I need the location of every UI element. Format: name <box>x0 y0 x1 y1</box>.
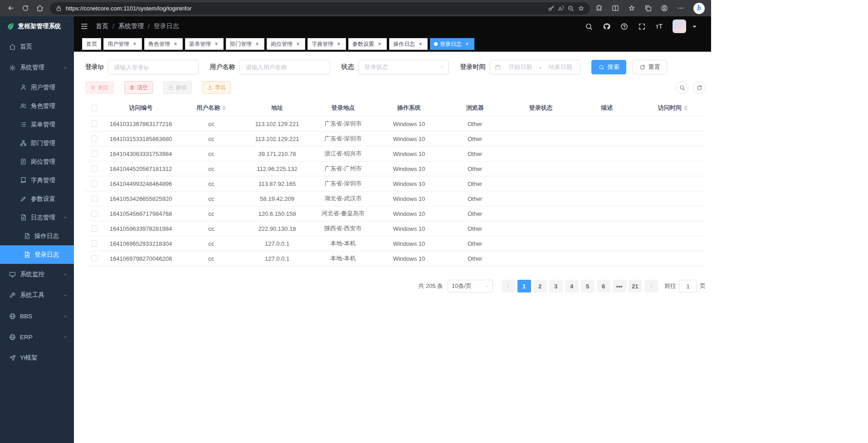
page-1-button[interactable]: 1 <box>517 280 531 292</box>
row-checkbox[interactable] <box>91 210 98 217</box>
sidebar-item-dict-management[interactable]: 字典管理 <box>0 171 74 190</box>
close-icon[interactable]: × <box>336 41 342 47</box>
browser-back-button[interactable] <box>5 2 17 15</box>
select-all-checkbox[interactable] <box>91 105 98 111</box>
sidebar-item-menu-management[interactable]: 菜单管理 <box>0 115 74 134</box>
sidebar-item-yi-framework[interactable]: Yi框架 <box>0 347 74 368</box>
unlock-button[interactable]: 解锁 <box>163 81 192 94</box>
close-icon[interactable]: × <box>417 41 424 47</box>
status-select[interactable]: 登录状态 <box>358 60 449 74</box>
close-icon[interactable]: × <box>213 41 219 47</box>
url-text[interactable]: https://ccnetcore.com:1101/system/log/lo… <box>66 5 544 12</box>
tab-param-settings[interactable]: 参数设置× <box>348 38 387 50</box>
start-date-placeholder[interactable]: 开始日期 <box>505 63 536 71</box>
table-row[interactable]: 1641044993248464896cc113.87.92.165广东省-深圳… <box>85 176 706 191</box>
row-checkbox[interactable] <box>91 195 98 202</box>
close-icon[interactable]: × <box>295 41 301 47</box>
tab-user-management[interactable]: 用户管理× <box>103 38 142 50</box>
tab-dept-management[interactable]: 部门管理× <box>226 38 264 50</box>
row-checkbox[interactable] <box>91 136 98 142</box>
next-page-button[interactable] <box>644 280 658 292</box>
page-6-button[interactable]: 6 <box>597 280 610 292</box>
clear-button[interactable]: 清空 <box>124 81 153 94</box>
table-row[interactable]: 1641031533185863680cc113.102.129.221广东省-… <box>85 131 706 146</box>
row-checkbox[interactable] <box>91 180 98 187</box>
sidebar-item-system-monitor[interactable]: 系统监控 <box>0 264 74 285</box>
close-icon[interactable]: × <box>172 41 179 47</box>
browser-menu-icon[interactable] <box>677 5 684 12</box>
sort-icon[interactable] <box>222 104 226 112</box>
tab-home[interactable]: 首页 <box>82 38 101 50</box>
tab-role-management[interactable]: 角色管理× <box>144 38 183 50</box>
page-2-button[interactable]: 2 <box>533 280 547 292</box>
site-info-icon[interactable] <box>55 5 62 12</box>
table-row[interactable]: 1641044520567181312cc112.96.225.132广东省-广… <box>85 161 706 176</box>
table-row[interactable]: 1641069652933218304cc127.0.0.1本地-本机Windo… <box>85 236 706 251</box>
font-size-icon[interactable]: тT <box>656 23 663 30</box>
search-button[interactable]: 搜索 <box>591 60 626 74</box>
help-icon[interactable] <box>620 23 628 30</box>
goto-page-input[interactable] <box>679 280 697 292</box>
row-checkbox[interactable] <box>91 121 98 127</box>
browser-profile-icon[interactable] <box>661 5 668 12</box>
tab-dict-management[interactable]: 字典管理× <box>307 38 346 50</box>
prev-page-button[interactable] <box>502 280 515 292</box>
github-icon[interactable] <box>603 23 610 30</box>
sidebar-item-param-settings[interactable]: 参数设置 <box>0 190 74 208</box>
caret-down-icon[interactable] <box>691 23 698 30</box>
tab-login-log[interactable]: 登录日志× <box>430 38 474 50</box>
tab-menu-management[interactable]: 菜单管理× <box>185 38 224 50</box>
col-visit-time[interactable]: 访问时间 <box>640 104 706 112</box>
refresh-table-button[interactable] <box>693 81 706 94</box>
row-checkbox[interactable] <box>91 166 98 172</box>
table-row[interactable]: 1641053426655825920cc58.19.42.209湖北省-武汉市… <box>85 191 706 206</box>
password-icon[interactable] <box>548 5 555 12</box>
close-icon[interactable]: × <box>132 41 138 47</box>
page-21-button[interactable]: 21 <box>629 280 642 292</box>
sidebar-item-erp[interactable]: ERP <box>0 326 74 347</box>
tab-post-management[interactable]: 岗位管理× <box>267 38 305 50</box>
address-bar[interactable]: https://ccnetcore.com:1101/system/log/lo… <box>50 2 590 15</box>
favorites-icon[interactable] <box>628 5 635 12</box>
header-search-icon[interactable] <box>585 23 593 30</box>
page-3-button[interactable]: 3 <box>549 280 563 292</box>
sidebar-item-system-management[interactable]: 系统管理 <box>0 57 74 78</box>
page-4-button[interactable]: 4 <box>565 280 579 292</box>
breadcrumb-system[interactable]: 系统管理 <box>118 22 144 30</box>
col-user-name[interactable]: 用户名称 <box>178 104 244 112</box>
sidebar-item-post-management[interactable]: 岗位管理 <box>0 152 74 171</box>
zoom-icon[interactable] <box>567 5 574 12</box>
app-logo[interactable]: 意框架管理系统 <box>0 16 74 36</box>
sidebar-item-user-management[interactable]: 用户管理 <box>0 78 74 97</box>
sidebar-item-log-management[interactable]: 日志管理 <box>0 208 74 227</box>
split-screen-icon[interactable] <box>612 5 619 12</box>
username-input[interactable] <box>239 60 330 74</box>
table-row[interactable]: 1641054566717984768cc120.6.150.158河北省-秦皇… <box>85 206 706 221</box>
row-checkbox[interactable] <box>91 240 98 247</box>
sidebar-item-login-log[interactable]: 登录日志 <box>0 245 74 264</box>
tab-operation-log[interactable]: 操作日志× <box>389 38 428 50</box>
end-date-placeholder[interactable]: 结束日期 <box>545 63 576 71</box>
row-checkbox[interactable] <box>91 151 98 157</box>
bing-copilot-icon[interactable]: b <box>693 3 705 14</box>
export-button[interactable]: 导出 <box>202 81 231 94</box>
page-size-select[interactable]: 10条/页 <box>448 280 493 292</box>
table-row[interactable]: 1641069798270046208cc127.0.0.1本地-本机Windo… <box>85 251 706 266</box>
login-ip-input[interactable] <box>108 60 199 74</box>
table-row[interactable]: 1641059633978281984cc222.90.130.18陕西省-西安… <box>85 221 706 236</box>
breadcrumb-home[interactable]: 首页 <box>96 22 108 30</box>
sort-icon[interactable] <box>684 104 688 112</box>
table-row[interactable]: 1641043063331753984cc39.171.210.78浙江省-绍兴… <box>85 146 706 161</box>
page-more-button[interactable]: ••• <box>613 280 626 292</box>
row-checkbox[interactable] <box>91 225 98 232</box>
sidebar-item-role-management[interactable]: 角色管理 <box>0 97 74 115</box>
date-range-picker[interactable]: 开始日期 - 结束日期 <box>490 60 580 74</box>
add-favorite-icon[interactable] <box>578 5 585 12</box>
browser-refresh-button[interactable] <box>19 2 32 15</box>
sidebar-item-system-tools[interactable]: 系统工具 <box>0 285 74 306</box>
close-icon[interactable]: × <box>254 41 260 47</box>
sidebar-item-home[interactable]: 首页 <box>0 36 74 57</box>
page-5-button[interactable]: 5 <box>581 280 595 292</box>
collections-icon[interactable] <box>644 5 652 12</box>
reset-button[interactable]: 重置 <box>632 60 667 74</box>
